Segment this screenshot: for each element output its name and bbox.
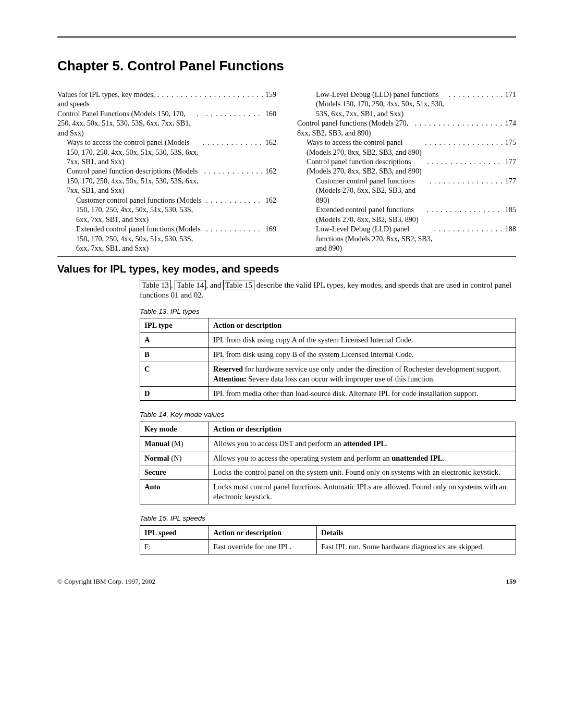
toc-label: Control panel function descriptions (Mod… (307, 157, 427, 176)
xref-table-14[interactable]: Table 14 (175, 280, 206, 291)
toc-entry[interactable]: Control panel function descriptions (Mod… (297, 157, 516, 176)
table-13-caption: Table 13. IPL types (140, 307, 516, 316)
toc-label: Extended control panel functions (Models… (316, 205, 426, 224)
toc-page: 162 (263, 166, 276, 176)
toc-entry[interactable]: Low-Level Debug (LLD) panel functions (M… (297, 224, 516, 253)
toc-page: 159 (263, 90, 276, 99)
toc-right-column: Low-Level Debug (LLD) panel functions (M… (297, 90, 516, 253)
page-footer: © Copyright IBM Corp. 1997, 2002 159 (57, 577, 516, 586)
toc-label: Low-Level Debug (LLD) panel functions (M… (316, 90, 449, 118)
table-row: CReserved for hardware service use only … (140, 362, 516, 386)
table-row: Normal (N)Allows you to access the opera… (140, 451, 516, 465)
table-of-contents: Values for IPL types, key modes, and spe… (57, 90, 516, 257)
toc-page: 188 (503, 224, 516, 233)
toc-left-column: Values for IPL types, key modes, and spe… (57, 90, 276, 253)
intro-paragraph: Table 13, Table 14, and Table 15 describ… (140, 280, 516, 301)
chapter-title: Chapter 5. Control Panel Functions (57, 57, 516, 75)
toc-entry[interactable]: Extended control panel functions (Models… (297, 205, 516, 224)
toc-entry[interactable]: Extended control panel functions (Models… (57, 224, 276, 253)
table-14-h1: Key mode (140, 422, 209, 436)
toc-label: Control Panel Functions (Models 150, 170… (57, 109, 197, 138)
table-13-h1: IPL type (140, 318, 209, 333)
table-15: Table 15. IPL speeds IPL speed Action or… (140, 514, 516, 554)
toc-label: Control panel function descriptions (Mod… (67, 166, 204, 195)
toc-label: Customer control panel functions (Models… (76, 195, 206, 224)
toc-entry[interactable]: Customer control panel functions (Models… (57, 195, 276, 224)
table-13: Table 13. IPL types IPL type Action or d… (140, 307, 516, 401)
table-13-h2: Action or description (209, 318, 516, 333)
copyright-text: © Copyright IBM Corp. 1997, 2002 (57, 577, 155, 586)
toc-page: 162 (263, 138, 276, 147)
table-row: AIPL from disk using copy A of the syste… (140, 333, 516, 348)
toc-entry[interactable]: Control Panel Functions (Models 150, 170… (57, 109, 276, 138)
toc-label: Extended control panel functions (Models… (76, 224, 206, 253)
toc-label: Low-Level Debug (LLD) panel functions (M… (316, 224, 434, 253)
toc-label: Ways to access the control panel (Models… (307, 138, 425, 157)
toc-page: 175 (503, 138, 516, 147)
toc-entry[interactable]: Customer control panel functions (Models… (297, 176, 516, 205)
page-number: 159 (506, 577, 517, 586)
top-rule (57, 36, 516, 38)
toc-entry[interactable]: Values for IPL types, key modes, and spe… (57, 90, 276, 109)
toc-page: 160 (263, 109, 276, 118)
toc-page: 177 (503, 157, 516, 166)
toc-page: 171 (503, 90, 516, 99)
table-15-h2: Action or description (209, 525, 317, 540)
section-heading: Values for IPL types, key modes, and spe… (57, 262, 516, 276)
toc-entry[interactable]: Control panel functions (Models 270, 8xx… (297, 118, 516, 138)
toc-page: 169 (263, 224, 276, 233)
xref-table-13[interactable]: Table 13 (140, 280, 171, 291)
table-row: AutoLocks most control panel functions. … (140, 480, 516, 504)
table-row: SecureLocks the control panel on the sys… (140, 465, 516, 480)
toc-page: 185 (503, 205, 516, 214)
table-15-h3: Details (317, 525, 516, 540)
xref-table-15[interactable]: Table 15 (223, 280, 254, 291)
toc-page: 174 (503, 118, 516, 128)
toc-label: Values for IPL types, key modes, and spe… (57, 90, 157, 109)
toc-entry[interactable]: Low-Level Debug (LLD) panel functions (M… (297, 90, 516, 118)
toc-entry[interactable]: Control panel function descriptions (Mod… (57, 166, 276, 195)
table-row: BIPL from disk using copy B of the syste… (140, 347, 516, 362)
table-14-caption: Table 14. Key mode values (140, 410, 516, 419)
table-15-h1: IPL speed (140, 525, 209, 540)
toc-page: 177 (503, 176, 516, 186)
table-row: DIPL from media other than load-source d… (140, 386, 516, 401)
table-14-h2: Action or description (209, 422, 516, 436)
toc-page: 162 (263, 195, 276, 205)
table-row: Manual (M)Allows you to access DST and p… (140, 436, 516, 451)
toc-label: Control panel functions (Models 270, 8xx… (297, 118, 415, 138)
table-14: Table 14. Key mode values Key mode Actio… (140, 410, 516, 504)
toc-entry[interactable]: Ways to access the control panel (Models… (57, 138, 276, 166)
toc-label: Ways to access the control panel (Models… (67, 138, 203, 166)
toc-entry[interactable]: Ways to access the control panel (Models… (297, 138, 516, 157)
table-15-caption: Table 15. IPL speeds (140, 514, 516, 523)
toc-label: Customer control panel functions (Models… (316, 176, 430, 205)
table-row: F:Fast override for one IPL.Fast IPL run… (140, 540, 516, 554)
